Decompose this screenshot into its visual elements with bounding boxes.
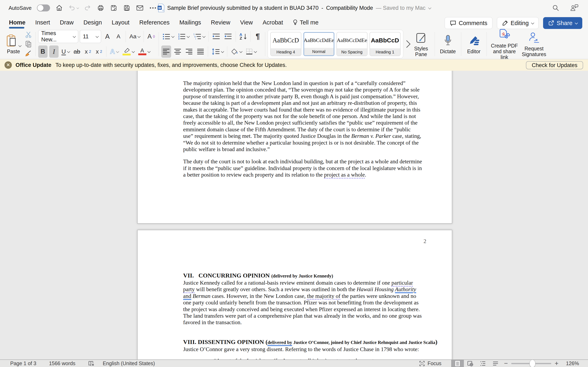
mail-icon[interactable]	[136, 4, 144, 12]
font-color-button[interactable]: A	[137, 45, 151, 58]
tab-design[interactable]: Design	[84, 16, 102, 29]
page-number: 2	[183, 238, 426, 245]
create-pdf-button[interactable]: Create PDF and share link	[489, 28, 520, 60]
draft-view-button[interactable]	[489, 360, 502, 367]
grow-font-button[interactable]: Aˆ	[103, 30, 112, 43]
strikethrough-button[interactable]: ab	[72, 45, 82, 58]
format-painter-button[interactable]	[24, 49, 33, 58]
save-icon[interactable]	[123, 4, 131, 12]
request-signatures-button[interactable]: Request Signatures	[520, 31, 548, 57]
print-layout-view-button[interactable]	[451, 360, 464, 367]
tab-home[interactable]: Home	[9, 16, 26, 29]
tab-layout[interactable]: Layout	[112, 16, 130, 29]
more-icon[interactable]	[149, 4, 157, 12]
font-size-select[interactable]: 11	[80, 30, 101, 43]
undo-button[interactable]	[68, 4, 78, 12]
dictate-button[interactable]: Dictate	[437, 34, 458, 54]
focus-button[interactable]: Focus	[419, 360, 441, 366]
proofing-status-icon[interactable]	[88, 361, 95, 366]
show-paragraph-marks-button[interactable]: ¶	[253, 30, 263, 43]
search-icon[interactable]	[552, 4, 559, 12]
outline-view-button[interactable]	[476, 360, 489, 367]
document-page-2[interactable]: 2 VII. CONCURRING OPINION (delivered by …	[137, 230, 452, 359]
paste-button[interactable]: Paste	[4, 34, 23, 54]
document-area[interactable]: The majority opinion held that the New L…	[0, 71, 588, 359]
redo-button[interactable]	[84, 4, 91, 12]
superscript-button[interactable]: x2	[94, 45, 104, 58]
tab-tell-me[interactable]: Tell me	[293, 16, 319, 29]
align-left-button[interactable]	[161, 45, 171, 58]
autosave-toggle[interactable]	[37, 4, 50, 11]
tab-acrobat[interactable]: Acrobat	[263, 16, 283, 29]
share-button[interactable]: Share	[543, 17, 582, 29]
style-card-no-spacing[interactable]: AaBbCcDdEeNo Spacing	[337, 32, 367, 56]
tab-draw[interactable]: Draw	[60, 16, 74, 29]
multilevel-list-button[interactable]: 1ai	[192, 30, 206, 43]
word-count-status[interactable]: 1566 words	[49, 360, 75, 366]
bullets-button[interactable]	[161, 30, 175, 43]
zoom-slider-thumb[interactable]	[529, 360, 535, 367]
tab-insert[interactable]: Insert	[35, 16, 50, 29]
feedback-icon[interactable]	[570, 4, 579, 12]
zoom-out-button[interactable]: −	[502, 360, 510, 367]
tab-mailings[interactable]: Mailings	[179, 16, 201, 29]
shading-button[interactable]	[230, 45, 243, 58]
styles-gallery: AaBbCcDHeading 4AaBbCcDdEeNormalAaBbCcDd…	[268, 30, 403, 58]
save-as-icon[interactable]	[110, 4, 118, 12]
subscript-button[interactable]: x2	[83, 45, 93, 58]
editor-button[interactable]: Editor	[464, 34, 484, 54]
tab-review[interactable]: Review	[211, 16, 230, 29]
cut-button[interactable]	[24, 30, 33, 39]
dismiss-update-icon[interactable]: ✕	[4, 61, 12, 69]
numbering-button[interactable]: 123	[177, 30, 190, 43]
line-spacing-button[interactable]	[210, 45, 225, 58]
bold-button[interactable]: B	[38, 45, 48, 58]
shrink-font-button[interactable]: Aˆ	[114, 30, 123, 43]
paragraph: Justice O’Connor gave a very strong diss…	[183, 346, 426, 352]
decrease-indent-button[interactable]	[211, 30, 221, 43]
home-icon[interactable]	[55, 4, 63, 12]
saved-status[interactable]: — Saved to my Mac	[376, 5, 425, 11]
comments-button[interactable]: Comments	[445, 17, 493, 29]
align-right-button[interactable]	[184, 45, 194, 58]
styles-gallery-more-icon[interactable]	[403, 40, 410, 48]
style-card-heading-4[interactable]: AaBbCcDHeading 4	[270, 32, 301, 56]
paragraph: The duty of the court is not to look at …	[183, 158, 426, 178]
underline-button[interactable]: U	[60, 45, 71, 58]
highlight-button[interactable]	[121, 45, 135, 58]
text-effects-button[interactable]: A	[109, 45, 120, 58]
document-page-1[interactable]: The majority opinion held that the New L…	[137, 71, 452, 224]
style-card-normal[interactable]: AaBbCcDdEeNormal	[303, 32, 334, 56]
font-name-select[interactable]: Times New...	[38, 30, 78, 43]
change-case-button[interactable]: Aa	[128, 30, 141, 43]
copy-button[interactable]	[24, 40, 33, 48]
ribbon: Paste Times New... 11	[0, 29, 588, 59]
styles-pane-button[interactable]: Styles Pane	[410, 31, 432, 57]
italic-button[interactable]: I	[49, 45, 59, 58]
align-center-button[interactable]	[173, 45, 182, 58]
section-heading: VII. CONCURRING OPINION (delivered by Ju…	[183, 272, 426, 280]
page-count-status[interactable]: Page 1 of 3	[10, 360, 36, 366]
svg-text:3: 3	[178, 38, 180, 40]
zoom-in-button[interactable]: +	[553, 360, 561, 367]
style-card-heading-1[interactable]: AaBbCcDHeading 1	[370, 32, 401, 56]
tab-references[interactable]: References	[139, 16, 169, 29]
update-title: Office Update	[16, 62, 52, 68]
print-icon[interactable]	[97, 4, 104, 12]
editing-mode-dropdown[interactable]: Editing	[497, 17, 539, 29]
justify-button[interactable]	[196, 45, 205, 58]
clear-formatting-button[interactable]: A◊	[146, 30, 156, 43]
check-for-updates-button[interactable]: Check for Updates	[526, 61, 583, 69]
saved-chevron-icon[interactable]	[428, 6, 432, 9]
zoom-slider[interactable]	[511, 363, 551, 364]
tab-view[interactable]: View	[240, 16, 253, 29]
sort-button[interactable]: AZ	[238, 30, 248, 43]
web-layout-view-button[interactable]	[464, 360, 476, 367]
language-status[interactable]: English (United States)	[103, 360, 155, 366]
title-bar: AutoSave	[0, 0, 588, 16]
chevron-down-icon	[73, 35, 76, 38]
borders-button[interactable]	[245, 45, 258, 58]
update-message: To keep up-to-date with security updates…	[56, 62, 287, 68]
zoom-percentage[interactable]: 126%	[561, 360, 579, 366]
increase-indent-button[interactable]	[223, 30, 233, 43]
